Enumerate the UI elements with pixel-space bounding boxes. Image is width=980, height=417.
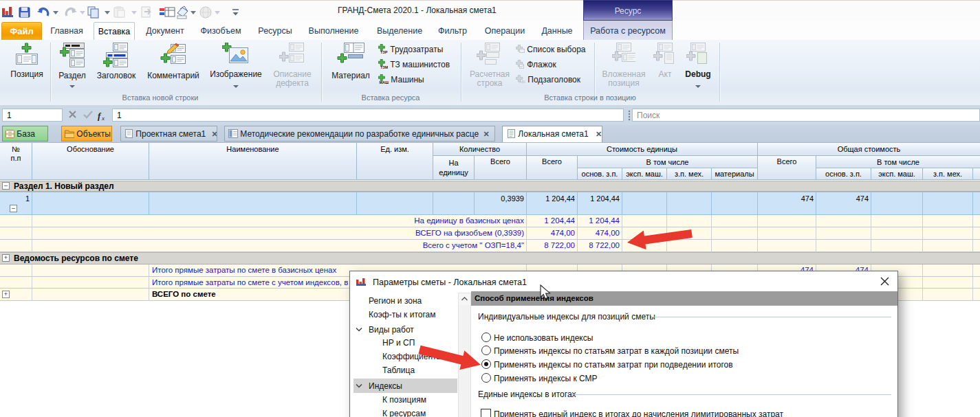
svg-text:ТЗР: ТЗР xyxy=(380,50,388,54)
svg-text:x: x xyxy=(101,115,105,122)
svg-text:МАШ: МАШ xyxy=(380,80,389,84)
svg-text:АБС: АБС xyxy=(519,80,525,84)
svg-text:ТЗМ: ТЗМ xyxy=(380,65,388,69)
